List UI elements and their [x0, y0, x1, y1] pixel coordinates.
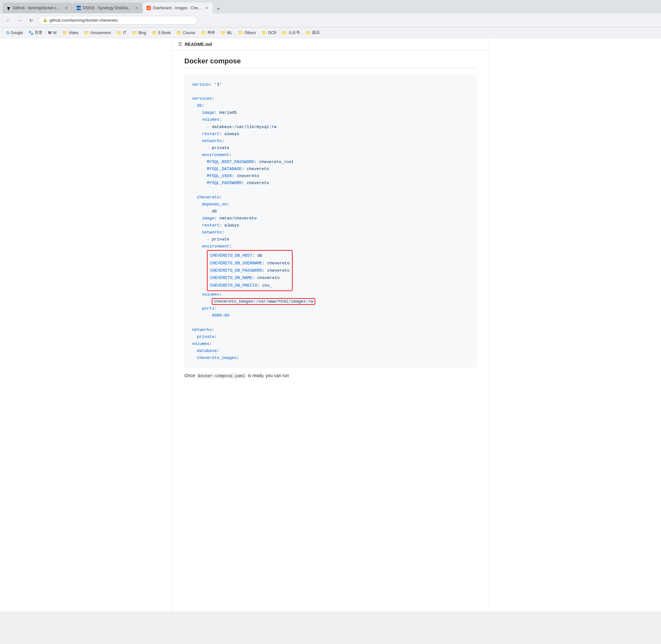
code-line-restart2: restart: always	[192, 222, 469, 229]
tab-synology-label: DS918 - Synology DiskStation	[83, 6, 132, 10]
lock-icon: 🔒	[43, 18, 47, 22]
code-line-env-block: CHEVERETO_DB_HOST: dbCHEVERETO_DB_USERNA…	[192, 250, 469, 291]
baidu-icon: 🐾	[29, 30, 33, 35]
new-tab-button[interactable]: +	[214, 4, 223, 14]
bookmark-amusement-label: Amusement	[90, 30, 111, 35]
tab-chevereto-label: Dashboard - Images - Chevere	[153, 6, 202, 10]
w-icon: W	[48, 30, 52, 35]
bookmark-mianshi-label: 面试	[312, 30, 320, 36]
code-line-mysql-root: MYSQL_ROOT_PASSWORD: chevereto_root	[192, 159, 469, 166]
bookmark-video-label: Video	[69, 30, 78, 35]
synology-favicon: DSM	[76, 6, 81, 10]
bookmark-course[interactable]: 📁 Course	[174, 29, 198, 36]
prose-once: Once	[184, 373, 195, 378]
tab-bar: GitHub - tanmng/docker-cheve ✕ DSM DS918…	[0, 0, 661, 14]
folder-icon-kaoyuan: 📁	[201, 30, 206, 35]
bookmark-ebook-label: E-Book	[158, 30, 171, 35]
tab-github-label: GitHub - tanmng/docker-cheve	[13, 6, 62, 10]
code-line-version: version: '3'	[192, 81, 469, 88]
folder-icon-mianshi: 📁	[306, 30, 311, 35]
code-line-mysql-pass: MYSQL_PASSWORD: chevereto	[192, 180, 469, 187]
bookmark-amusement[interactable]: 📁 Amusement	[81, 29, 113, 36]
code-line-image-mariadb: image: mariadb	[192, 109, 469, 116]
folder-icon-video: 📁	[63, 30, 68, 35]
code-line-private2: - private	[192, 236, 469, 243]
code-line-env1: environment:	[192, 152, 469, 159]
tab-synology[interactable]: DSM DS918 - Synology DiskStation ✕	[73, 3, 143, 14]
code-line-blank2	[192, 187, 469, 194]
bookmark-gongzhonghao[interactable]: 📁 公众号	[280, 29, 303, 36]
code-line-networks2: networks:	[192, 229, 469, 236]
tab-synology-close[interactable]: ✕	[134, 5, 139, 10]
code-line-services: services:	[192, 95, 469, 102]
section-heading: Docker compose	[184, 57, 477, 68]
code-line-blank3	[192, 319, 469, 326]
reload-button[interactable]: ↻	[27, 16, 36, 25]
folder-icon-blog: 📁	[132, 30, 137, 35]
bookmark-it-label: IT	[123, 30, 126, 35]
browser-chrome: GitHub - tanmng/docker-cheve ✕ DSM DS918…	[0, 0, 661, 38]
address-input[interactable]: 🔒 github.com/tanmng/docker-chevereto	[38, 16, 197, 25]
code-line-private1: - private	[192, 145, 469, 152]
folder-icon-others: 📁	[238, 30, 243, 35]
folder-icon-amusement: 📁	[84, 30, 89, 35]
back-button[interactable]: ←	[4, 16, 13, 25]
code-line-depends-db: - db	[192, 208, 469, 215]
bookmark-gongzhonghao-label: 公众号	[288, 30, 300, 36]
page-wrapper: ☰ README.md Docker compose version: '3' …	[0, 38, 661, 612]
bookmark-google[interactable]: G Google	[4, 30, 25, 36]
bookmark-ml-label: ML	[227, 30, 232, 35]
bookmark-course-label: Course	[183, 30, 195, 35]
list-icon: ☰	[178, 41, 182, 47]
bookmark-mianshi[interactable]: 📁 面试	[303, 29, 322, 36]
forward-button[interactable]: →	[15, 16, 24, 25]
readme-title: README.md	[185, 42, 212, 47]
bookmark-w-label: W	[53, 30, 56, 35]
bookmark-baidu[interactable]: 🐾 百度	[26, 29, 45, 36]
address-bar: ← → ↻ 🔒 github.com/tanmng/docker-chevere…	[0, 14, 661, 27]
tab-chevereto-close[interactable]: ✕	[204, 5, 209, 10]
tab-chevereto[interactable]: ch Dashboard - Images - Chevere ✕	[143, 3, 213, 14]
bookmark-blog[interactable]: 📁 Blog	[129, 29, 149, 36]
bookmark-ml[interactable]: 📁 ML	[218, 29, 235, 36]
bookmarks-bar: G Google 🐾 百度 W W 📁 Video 📁 Amusement 📁 …	[0, 27, 661, 38]
code-line-restart1: restart: always	[192, 131, 469, 138]
github-favicon	[6, 6, 11, 10]
bookmark-kaoyuan[interactable]: 📁 考研	[198, 29, 217, 36]
folder-icon-ebook: 📁	[152, 30, 157, 35]
bookmark-video[interactable]: 📁 Video	[60, 29, 81, 36]
code-line-database-section: database:	[192, 347, 469, 354]
inline-code-compose: docker-compose.yaml	[196, 373, 246, 379]
code-line-networks1: networks:	[192, 138, 469, 145]
tab-github-close[interactable]: ✕	[64, 5, 69, 10]
bookmark-baidu-label: 百度	[35, 30, 42, 36]
bookmark-kaoyuan-label: 考研	[207, 30, 215, 36]
code-line-db: db:	[192, 102, 469, 109]
google-icon: G	[6, 30, 9, 35]
code-line-vol-db: - database:/var/lib/mysql:rw	[192, 123, 469, 131]
folder-icon-it: 📁	[117, 30, 122, 35]
code-line-volumes-section: volumes:	[192, 341, 469, 347]
folder-icon-ml: 📁	[221, 30, 226, 35]
code-line-chevereto-svc: chevereto:	[192, 194, 469, 201]
code-line-ports: ports:	[192, 305, 469, 312]
folder-icon-course: 📁	[176, 30, 182, 35]
bookmark-w[interactable]: W W	[46, 30, 59, 36]
code-line-networks-section: networks:	[192, 326, 469, 334]
bookmark-google-label: Google	[10, 30, 23, 35]
address-text: github.com/tanmng/docker-chevereto	[49, 18, 118, 23]
bookmark-it[interactable]: 📁 IT	[114, 29, 129, 36]
bookmark-ebook[interactable]: 📁 E-Book	[149, 29, 173, 36]
bookmark-others[interactable]: 📁 Others	[236, 29, 259, 36]
code-line-private-section: private:	[192, 334, 469, 341]
code-line-blank1	[192, 88, 469, 95]
tab-github[interactable]: GitHub - tanmng/docker-cheve ✕	[3, 3, 73, 14]
code-block: version: '3' services: db: image: mariad…	[184, 75, 477, 368]
folder-icon-ocr: 📁	[262, 30, 267, 35]
code-line-port-value: - 8080:80	[192, 312, 469, 319]
readme-header: ☰ README.md	[172, 38, 489, 51]
bookmark-ocr-label: OCR	[268, 30, 277, 35]
code-line-volumes1: volumes:	[192, 116, 469, 123]
prose-end: is ready, you can run	[248, 373, 289, 378]
bookmark-ocr[interactable]: 📁 OCR	[259, 29, 279, 36]
